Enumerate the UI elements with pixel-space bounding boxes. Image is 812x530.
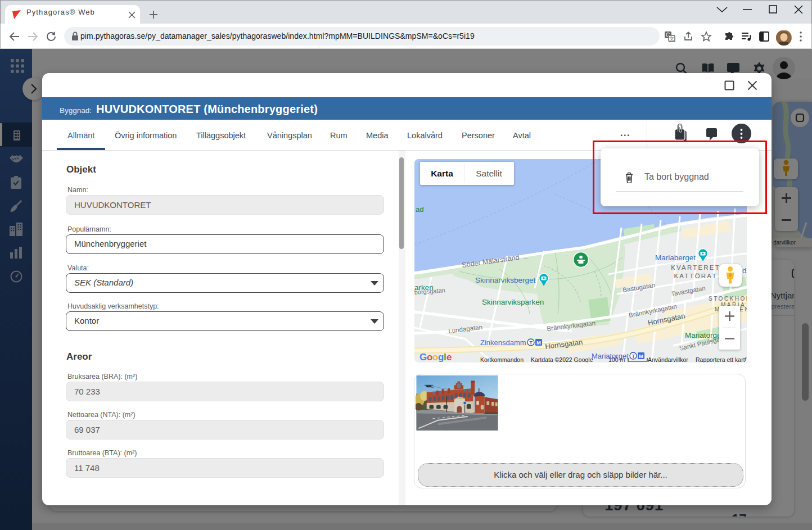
svg-text:g: g (438, 352, 444, 363)
svg-text:100 m: 100 m (608, 356, 625, 363)
svg-text:KATTÖRAT: KATTÖRAT (674, 273, 717, 279)
svg-text:STOCKHOLM: STOCKHOLM (709, 296, 747, 302)
svg-text:ad: ad (416, 205, 423, 214)
svg-text:T: T (529, 340, 533, 346)
svg-text:e: e (446, 352, 452, 363)
svg-text:T: T (631, 354, 635, 359)
svg-text:M: M (639, 353, 643, 359)
svg-text:ds: ds (742, 266, 747, 275)
svg-text:Skinnarviksberget: Skinnarviksberget (475, 276, 536, 284)
svg-text:G: G (419, 352, 427, 363)
svg-text:Kortkommandon: Kortkommandon (480, 356, 524, 363)
svg-text:文: 文 (669, 36, 674, 42)
svg-text:Zinkensdamm: Zinkensdamm (480, 338, 526, 347)
svg-text:Skinnarviksparken: Skinnarviksparken (482, 298, 544, 306)
svg-text:Mariaberget: Mariaberget (655, 253, 696, 262)
svg-text:EN: EN (739, 306, 747, 312)
svg-text:Kartdata ©2022 Google: Kartdata ©2022 Google (531, 356, 593, 363)
svg-text:KVARTERET: KVARTERET (671, 264, 720, 271)
svg-text:M: M (536, 339, 541, 346)
svg-text:o: o (432, 352, 438, 363)
svg-text:o: o (427, 352, 432, 363)
svg-text:Rapportera ett kartfel: Rapportera ett kartfel (696, 356, 747, 363)
svg-text:Användarvillkor: Användarvillkor (648, 356, 688, 363)
svg-text:←: ← (523, 253, 529, 260)
